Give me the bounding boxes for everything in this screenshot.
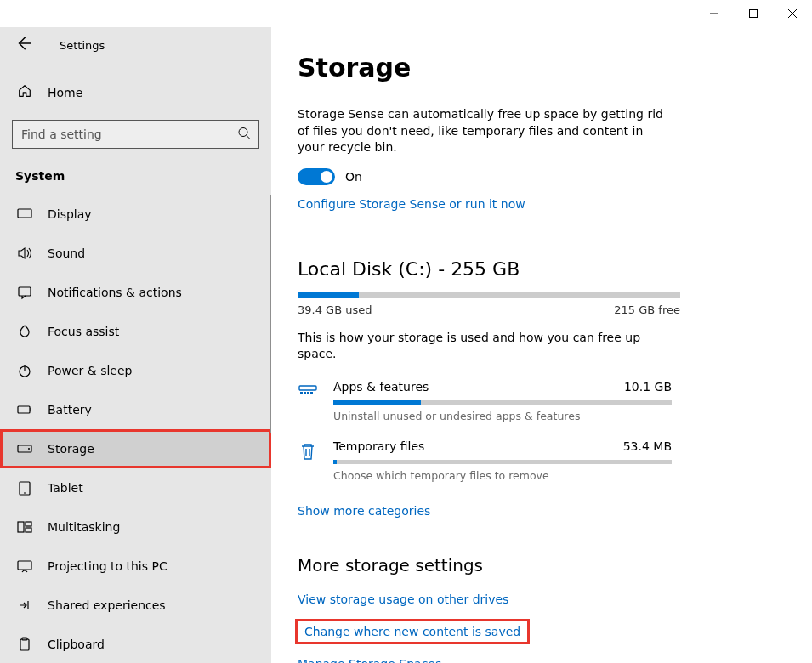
apps-icon [298, 382, 318, 402]
storage-sense-description: Storage Sense can automatically free up … [298, 106, 672, 156]
category-name: Apps & features [333, 380, 429, 394]
link-view-other-drives[interactable]: View storage usage on other drives [298, 592, 508, 606]
close-button[interactable] [773, 0, 812, 27]
svg-rect-19 [18, 561, 31, 570]
nav-label: Multitasking [48, 520, 120, 534]
sidebar-item-clipboard[interactable]: Clipboard [0, 625, 271, 663]
focus-assist-icon [17, 324, 32, 339]
svg-rect-11 [31, 408, 32, 411]
disk-title: Local Disk (C:) - 255 GB [298, 258, 812, 280]
sidebar-item-power-sleep[interactable]: Power & sleep [0, 351, 271, 390]
page-title: Storage [298, 53, 812, 82]
back-button[interactable] [15, 36, 31, 54]
sidebar-item-focus-assist[interactable]: Focus assist [0, 312, 271, 351]
svg-rect-24 [304, 392, 306, 394]
category-size: 10.1 GB [624, 380, 672, 394]
category-temporary-files[interactable]: Temporary files 53.4 MB Choose which tem… [298, 439, 672, 482]
category-apps-features[interactable]: Apps & features 10.1 GB Uninstall unused… [298, 380, 672, 422]
sidebar-item-sound[interactable]: Sound [0, 234, 271, 273]
svg-rect-7 [19, 287, 31, 296]
more-settings-header: More storage settings [298, 555, 812, 575]
home-label: Home [48, 86, 82, 99]
svg-rect-16 [18, 522, 24, 532]
power-icon [17, 363, 32, 378]
nav-label: Projecting to this PC [48, 559, 168, 573]
sidebar-item-projecting[interactable]: Projecting to this PC [0, 547, 271, 586]
nav-label: Storage [48, 442, 94, 456]
storage-icon [17, 441, 32, 456]
usage-description: This is how your storage is used and how… [298, 330, 672, 363]
clipboard-icon [17, 637, 32, 652]
svg-rect-6 [18, 209, 31, 218]
toggle-label: On [345, 170, 362, 184]
svg-rect-26 [310, 392, 313, 394]
nav-label: Sound [48, 246, 85, 260]
sidebar-item-shared-experiences[interactable]: Shared experiences [0, 586, 271, 625]
sidebar: Settings Home System Display Sound [0, 27, 272, 663]
nav-label: Clipboard [48, 638, 105, 651]
sidebar-item-storage[interactable]: Storage [0, 429, 271, 468]
svg-point-13 [28, 448, 30, 450]
svg-rect-20 [20, 639, 29, 650]
nav-label: Shared experiences [48, 598, 166, 612]
maximize-button[interactable] [734, 0, 773, 27]
nav-label: Notifications & actions [48, 286, 182, 299]
disk-usage-bar [298, 292, 680, 298]
minimize-button[interactable] [695, 0, 734, 27]
category-size: 53.4 MB [623, 439, 672, 453]
category-name: Temporary files [333, 439, 424, 453]
main-content: Storage Storage Sense can automatically … [272, 27, 812, 663]
battery-icon [17, 402, 32, 417]
svg-rect-17 [26, 522, 31, 526]
disk-used-label: 39.4 GB used [298, 303, 372, 316]
display-icon [17, 207, 32, 222]
sidebar-item-notifications[interactable]: Notifications & actions [0, 273, 271, 312]
sidebar-home[interactable]: Home [0, 71, 271, 113]
svg-rect-1 [750, 10, 758, 18]
sidebar-category: System [0, 149, 271, 195]
svg-rect-23 [300, 392, 303, 394]
tablet-icon [17, 480, 32, 496]
home-icon [17, 83, 32, 101]
window-titlebar [0, 0, 812, 27]
configure-storage-sense-link[interactable]: Configure Storage Sense or run it now [298, 197, 525, 211]
link-change-content-location[interactable]: Change where new content is saved [298, 621, 527, 642]
search-input[interactable] [12, 120, 259, 149]
nav-label: Display [48, 207, 92, 221]
svg-rect-10 [18, 406, 30, 413]
link-manage-storage-spaces[interactable]: Manage Storage Spaces [298, 657, 441, 663]
svg-rect-22 [299, 386, 316, 390]
sidebar-item-battery[interactable]: Battery [0, 390, 271, 429]
scrollbar[interactable] [270, 195, 271, 433]
projecting-icon [17, 558, 32, 574]
multitasking-icon [17, 519, 32, 535]
shared-icon [17, 598, 32, 613]
category-sub: Uninstall unused or undesired apps & fea… [333, 410, 672, 422]
sidebar-item-multitasking[interactable]: Multitasking [0, 507, 271, 547]
notifications-icon [17, 285, 32, 300]
disk-free-label: 215 GB free [614, 303, 680, 316]
category-sub: Choose which temporary files to remove [333, 469, 672, 482]
sidebar-item-tablet[interactable]: Tablet [0, 468, 271, 507]
trash-icon [298, 441, 318, 462]
nav-label: Power & sleep [48, 364, 132, 377]
app-title: Settings [51, 39, 105, 52]
show-more-categories-link[interactable]: Show more categories [298, 504, 430, 518]
sound-icon [17, 246, 32, 261]
svg-rect-25 [307, 392, 309, 394]
svg-rect-18 [26, 528, 31, 532]
nav-label: Tablet [48, 481, 83, 495]
nav-label: Focus assist [48, 325, 119, 338]
storage-sense-toggle[interactable] [298, 168, 335, 185]
sidebar-item-display[interactable]: Display [0, 195, 271, 234]
nav-label: Battery [48, 403, 92, 416]
